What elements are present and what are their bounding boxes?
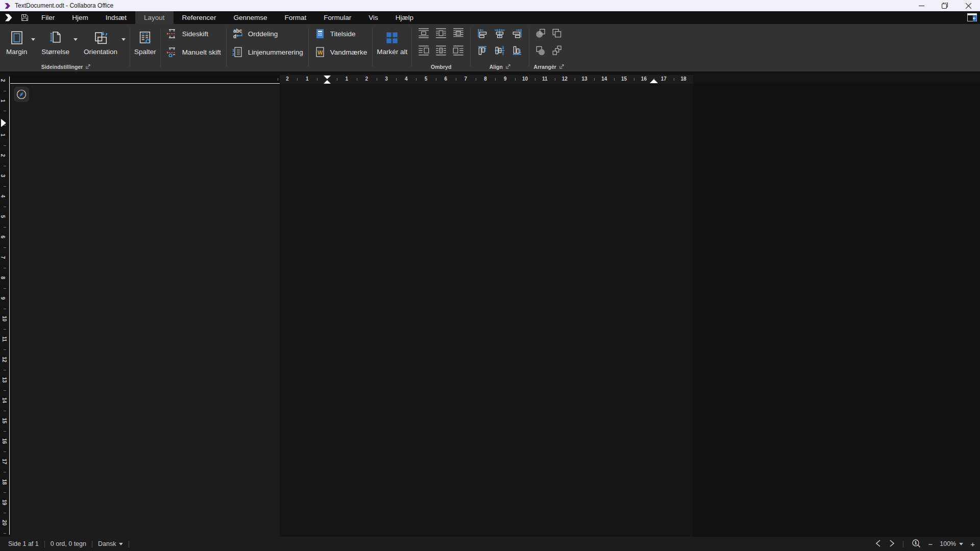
close-button[interactable] xyxy=(957,0,980,11)
hyphenation-label: Orddeling xyxy=(248,30,278,38)
zoom-in-button[interactable]: + xyxy=(970,540,975,548)
group-align: Align xyxy=(472,24,528,71)
sidebar-toggle-button[interactable] xyxy=(966,12,978,22)
page-count[interactable]: Side 1 af 1 xyxy=(8,540,39,547)
menu-item-layout[interactable]: Layout xyxy=(135,11,174,24)
zoom-level-selector[interactable]: 100% xyxy=(940,540,963,547)
wrap-none-button[interactable] xyxy=(418,27,430,41)
wrap-optimal-button[interactable] xyxy=(435,44,447,59)
top-margin-marker[interactable] xyxy=(1,119,6,127)
right-indent-marker[interactable] xyxy=(650,79,658,83)
ruler-tick xyxy=(4,452,6,452)
ruler-number: 4 xyxy=(0,195,6,198)
ruler-number: 15 xyxy=(2,418,7,423)
language-selector[interactable]: Dansk xyxy=(98,540,123,547)
group-sideindstillinger: Margin Størrelse Orientation xyxy=(3,24,129,71)
menu-item-format[interactable]: Format xyxy=(276,11,315,24)
ruler-number: 1 xyxy=(306,76,309,82)
menu-item-hjælp[interactable]: Hjælp xyxy=(387,11,422,24)
ruler-tick xyxy=(535,78,535,81)
menu-item-hjem[interactable]: Hjem xyxy=(63,11,97,24)
ribbon-toolbar: Margin Størrelse Orientation xyxy=(0,24,980,71)
orientation-dropdown-arrow[interactable] xyxy=(121,38,126,41)
wrap-right-icon xyxy=(452,44,464,57)
page-next-button[interactable] xyxy=(889,540,895,548)
save-button[interactable] xyxy=(17,11,33,24)
page-next-icon xyxy=(889,540,895,547)
compass-icon xyxy=(16,89,27,99)
ruler-tick xyxy=(614,78,615,81)
arranger-dialog-launcher[interactable] xyxy=(559,64,564,70)
wrap-left-button[interactable] xyxy=(418,44,430,59)
size-button[interactable]: Størrelse xyxy=(38,28,72,58)
hyphenation-button[interactable]: abc d Orddeling xyxy=(232,27,303,41)
wrap-optimal-icon xyxy=(435,44,447,57)
title-page-button[interactable]: Titelside xyxy=(314,27,368,41)
ruler-tick xyxy=(317,78,317,81)
send-to-back-icon xyxy=(551,44,563,57)
collabora-logo-icon xyxy=(4,3,11,9)
wrap-through-button[interactable] xyxy=(452,27,464,41)
minimize-button[interactable] xyxy=(910,0,933,11)
size-label: Størrelse xyxy=(41,48,69,56)
zoom-out-button[interactable]: − xyxy=(928,540,933,548)
bring-forward-button[interactable] xyxy=(551,27,563,41)
send-backward-button[interactable] xyxy=(534,44,547,59)
document-page[interactable] xyxy=(280,84,693,537)
ruler-tick xyxy=(495,78,496,81)
columns-button[interactable]: Spalter xyxy=(131,28,159,58)
app-logo-button[interactable] xyxy=(0,11,17,24)
zoom-tool-button[interactable]: 1 xyxy=(912,539,921,549)
page-prev-button[interactable] xyxy=(875,540,881,548)
document-area[interactable] xyxy=(10,84,980,537)
bring-forward-icon xyxy=(551,27,563,39)
ruler-number: 11 xyxy=(542,76,548,82)
page-break-label: Sideskift xyxy=(182,30,208,38)
zoom-level: 100% xyxy=(940,540,956,547)
menu-item-filer[interactable]: Filer xyxy=(33,11,63,24)
watermark-button[interactable]: W Vandmærke xyxy=(314,45,368,59)
restore-button[interactable] xyxy=(933,0,957,11)
menu-item-referencer[interactable]: Referencer xyxy=(174,11,225,24)
align-center-v-icon xyxy=(494,44,506,57)
menu-item-indsæt[interactable]: Indsæt xyxy=(97,11,135,24)
margin-dropdown-arrow[interactable] xyxy=(31,38,35,41)
ruler-number: 14 xyxy=(601,76,607,82)
ruler-tick xyxy=(4,431,6,432)
ruler-tick xyxy=(436,78,436,81)
horizontal-ruler[interactable]: 21123456789101112131415161718 xyxy=(10,75,693,84)
chevron-down-icon xyxy=(119,543,123,545)
manual-break-button[interactable]: Manuelt skift xyxy=(166,45,221,59)
wrap-right-button[interactable] xyxy=(452,44,464,59)
size-dropdown-arrow[interactable] xyxy=(74,38,78,41)
navigator-compass-button[interactable] xyxy=(14,87,29,102)
menu-item-vis[interactable]: Vis xyxy=(360,11,387,24)
select-all-button[interactable]: Markér alt xyxy=(374,28,410,58)
bring-to-front-button[interactable] xyxy=(534,27,547,41)
align-bottom-button[interactable] xyxy=(511,44,523,59)
menu-item-formular[interactable]: Formular xyxy=(315,11,360,24)
ruler-number: 5 xyxy=(425,76,428,82)
ruler-number: 9 xyxy=(504,76,507,82)
ruler-tick xyxy=(396,78,397,81)
word-count[interactable]: 0 ord, 0 tegn xyxy=(51,540,86,547)
menu-item-gennemse[interactable]: Gennemse xyxy=(225,11,276,24)
page-break-button[interactable]: Sideskift xyxy=(166,27,221,41)
align-top-button[interactable] xyxy=(476,44,488,59)
align-center-h-button[interactable] xyxy=(494,27,506,41)
wrap-parallel-button[interactable] xyxy=(435,27,447,41)
line-numbering-icon: 1 2 xyxy=(232,46,244,58)
align-center-v-button[interactable] xyxy=(494,44,506,59)
sideindstillinger-dialog-launcher[interactable] xyxy=(86,64,90,70)
margin-button[interactable]: Margin xyxy=(3,28,30,58)
align-right-button[interactable] xyxy=(511,27,523,41)
indent-marker[interactable] xyxy=(324,75,331,84)
align-left-button[interactable] xyxy=(476,27,488,41)
orientation-button[interactable]: Orientation xyxy=(81,28,120,58)
line-numbering-button[interactable]: 1 2 Linjenummerering xyxy=(232,45,303,59)
align-dialog-launcher[interactable] xyxy=(506,64,510,70)
vertical-ruler[interactable]: 211234567891011121314151617181920 xyxy=(0,77,10,535)
svg-text:1: 1 xyxy=(915,540,917,545)
close-icon xyxy=(966,3,971,9)
send-to-back-button[interactable] xyxy=(551,44,563,59)
